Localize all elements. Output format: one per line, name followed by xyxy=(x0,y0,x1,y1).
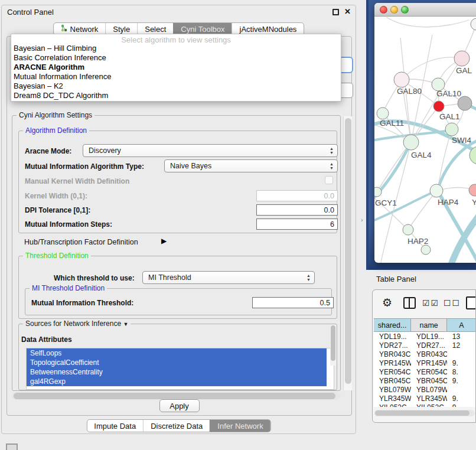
tab-discretize-data[interactable]: Discretize Data xyxy=(143,420,210,432)
table-cell: YIL052C xyxy=(374,403,411,407)
tab-network[interactable]: Network xyxy=(54,23,106,35)
attribute-item-betweennesscentrality[interactable]: BetweennessCentrality xyxy=(27,367,327,377)
attribute-item-selfloops[interactable]: SelfLoops xyxy=(27,348,327,358)
network-node-gal[interactable] xyxy=(454,51,470,66)
network-node-label: Y xyxy=(472,198,476,207)
network-node-gal4[interactable] xyxy=(403,135,419,150)
zoom-light[interactable] xyxy=(401,6,409,14)
table-cell: YBL079W xyxy=(374,385,411,394)
table-row[interactable]: YIL052CYIL052C9 xyxy=(374,403,476,407)
aracne-mode-label: Aracne Mode: xyxy=(25,147,71,155)
table-cell: YDR27... xyxy=(411,341,447,350)
network-node-hap4[interactable] xyxy=(430,184,443,197)
file-icon[interactable] xyxy=(466,296,476,309)
attributes-list-scrollbar[interactable] xyxy=(330,325,336,366)
which-threshold-value: MI Threshold xyxy=(148,273,191,282)
algorithm-option-basic-correlation-inference[interactable]: Basic Correlation Inference xyxy=(11,53,341,63)
sources-legend: Sources for Network Inference ▼ xyxy=(23,319,131,328)
close-panel-icon[interactable]: ✕ xyxy=(344,7,351,16)
close-light[interactable] xyxy=(380,6,387,14)
tab-impute-data[interactable]: Impute Data xyxy=(87,420,143,432)
table-cell: YIL052C xyxy=(411,403,447,407)
checked-boxes-icon[interactable]: ☑☑ xyxy=(422,298,439,308)
algorithm-option-mutual-information-inference[interactable]: Mutual Information Inference xyxy=(11,72,341,81)
network-node-label: HAP4 xyxy=(438,198,459,207)
attribute-item-topologicalcoefficient[interactable]: TopologicalCoefficient xyxy=(27,358,327,367)
table-row[interactable]: YBR043CYBR043C xyxy=(374,350,476,358)
algorithm-option-bayesian-k2[interactable]: Bayesian – K2 xyxy=(11,81,341,91)
table-cell: YBR043C xyxy=(374,350,411,358)
algorithm-option-aracne-algorithm[interactable]: ARACNE Algorithm xyxy=(11,63,341,72)
table-cell: 9. xyxy=(447,376,476,385)
aracne-mode-select[interactable]: Discovery ▲▼ xyxy=(83,144,338,157)
which-threshold-select[interactable]: MI Threshold ▲▼ xyxy=(142,271,315,284)
table-cell: 13 xyxy=(447,332,476,341)
table-cell: 9. xyxy=(447,394,476,403)
splitter-collapse-icon[interactable]: › xyxy=(361,216,363,223)
network-edge[interactable] xyxy=(438,138,476,190)
collapse-arrow-icon[interactable]: ▼ xyxy=(123,321,128,327)
float-window-icon[interactable] xyxy=(332,9,339,15)
minimized-panel-icon[interactable] xyxy=(6,444,18,450)
network-edge[interactable] xyxy=(402,57,462,80)
tab-cyni-toolbox[interactable]: Cyni Toolbox xyxy=(173,23,232,35)
network-node[interactable] xyxy=(458,96,472,110)
network-node-label: GAL xyxy=(456,66,472,75)
network-node-y[interactable] xyxy=(469,184,476,196)
network-node-hap2[interactable] xyxy=(403,224,413,235)
table-cell: YBR045C xyxy=(411,376,447,385)
table-row[interactable]: YDL19...YDL19...13 xyxy=(374,332,476,341)
attribute-item-gal4rgexp[interactable]: gal4RGexp xyxy=(27,377,327,386)
table-cell: 9. xyxy=(447,358,476,367)
table-horizontal-scrollbar[interactable] xyxy=(374,410,475,416)
network-node-gal1[interactable] xyxy=(433,101,444,112)
dpi-tolerance-field[interactable]: 0.0 xyxy=(256,204,338,216)
network-node[interactable] xyxy=(421,245,431,255)
table-row[interactable]: YPR145WYPR145W9. xyxy=(374,358,476,367)
hub-section-label[interactable]: Hub/Transcription Factor Definition xyxy=(24,238,138,246)
settings-gear-icon[interactable]: ⚙ xyxy=(382,297,392,309)
table-row[interactable]: YBR045CYBR045C9. xyxy=(374,376,476,385)
table-row[interactable]: YER054CYER054C8. xyxy=(374,367,476,376)
table-row[interactable]: YBL079WYBL079W xyxy=(374,385,476,394)
network-node-gcy1[interactable] xyxy=(374,187,382,197)
minimize-light[interactable] xyxy=(390,6,398,14)
kernel-width-field[interactable]: 0.0 xyxy=(256,190,338,201)
network-node-label: GAL11 xyxy=(380,119,404,128)
column-header-a[interactable]: A xyxy=(447,319,476,331)
manual-kernel-width-checkbox[interactable] xyxy=(325,176,333,184)
settings-vertical-scrollbar[interactable] xyxy=(343,116,352,390)
tab-infer-network[interactable]: Infer Network xyxy=(210,420,270,432)
algorithm-dropdown-popup: Select algorithm to view settings Bayesi… xyxy=(11,34,341,102)
mi-threshold-field[interactable]: 0.5 xyxy=(252,297,334,308)
table-cell: YDR27... xyxy=(374,341,411,350)
network-canvas[interactable]: GALGAL80GAL10GAL1GAL11SWI4GAL4GCY1HAP4YH… xyxy=(374,17,476,263)
mi-steps-field[interactable]: 6 xyxy=(256,219,338,230)
network-node[interactable] xyxy=(471,18,476,30)
unchecked-boxes-icon[interactable]: ☐☐ xyxy=(444,298,461,308)
network-node-gal80[interactable] xyxy=(394,72,409,87)
column-header-name[interactable]: name xyxy=(411,319,447,331)
mi-algorithm-type-select[interactable]: Naive Bayes ▲▼ xyxy=(164,159,338,172)
tab-style[interactable]: Style xyxy=(105,23,137,35)
network-edge[interactable] xyxy=(386,17,469,27)
network-icon xyxy=(61,24,68,34)
tab-jactivemnodules[interactable]: jActiveMNodules xyxy=(232,23,304,35)
tab-label: jActiveMNodules xyxy=(240,25,297,34)
table-cell: YLR345W xyxy=(374,394,411,403)
algorithm-option-bayesian-hill-climbing[interactable]: Bayesian – Hill Climbing xyxy=(11,44,341,53)
cyni-algorithm-settings-legend: Cyni Algorithm Settings xyxy=(17,111,94,119)
table-cell: 12 xyxy=(447,341,476,350)
column-header-shared[interactable]: shared... xyxy=(374,319,411,331)
apply-button[interactable]: Apply xyxy=(159,399,200,412)
algorithm-option-dream8-dc-tdc-algorithm[interactable]: Dream8 DC_TDC Algorithm xyxy=(11,91,341,100)
network-node-gal11[interactable] xyxy=(377,107,389,119)
network-node-swi4[interactable] xyxy=(445,123,458,136)
spinner-arrows-icon: ▲▼ xyxy=(307,273,311,282)
network-window-titlebar xyxy=(374,3,476,17)
split-columns-icon[interactable] xyxy=(403,297,416,309)
table-row[interactable]: YDR27...YDR27...12 xyxy=(374,341,476,350)
tab-select[interactable]: Select xyxy=(137,23,173,35)
table-row[interactable]: YLR345WYLR345W9. xyxy=(374,394,476,403)
expand-arrow-icon[interactable]: ▶ xyxy=(161,237,167,245)
